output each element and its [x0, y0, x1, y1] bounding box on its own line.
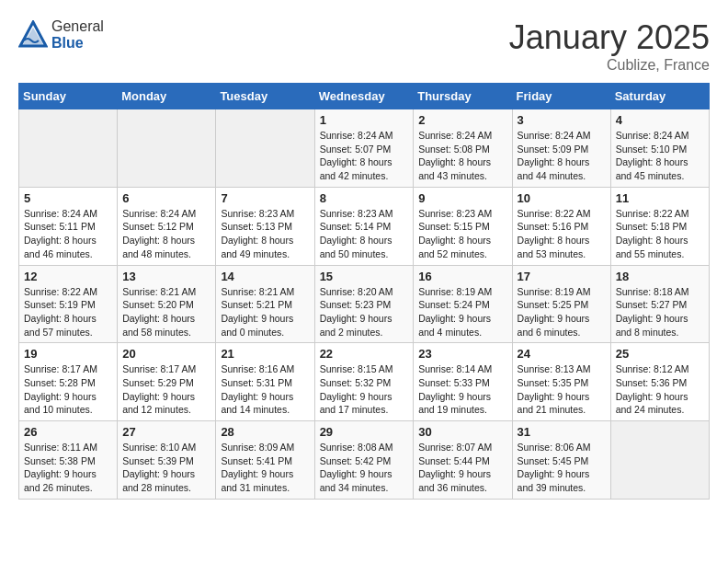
day-info: Sunrise: 8:16 AM Sunset: 5:31 PM Dayligh…	[221, 362, 309, 417]
calendar-cell: 10Sunrise: 8:22 AM Sunset: 5:16 PM Dayli…	[512, 187, 610, 265]
day-info: Sunrise: 8:17 AM Sunset: 5:28 PM Dayligh…	[24, 362, 112, 417]
day-number: 20	[122, 347, 210, 361]
day-number: 2	[418, 113, 506, 127]
calendar-cell: 18Sunrise: 8:18 AM Sunset: 5:27 PM Dayli…	[610, 265, 709, 343]
day-number: 23	[418, 347, 506, 361]
day-info: Sunrise: 8:24 AM Sunset: 5:12 PM Dayligh…	[122, 207, 210, 261]
day-info: Sunrise: 8:08 AM Sunset: 5:42 PM Dayligh…	[320, 441, 409, 495]
day-number: 16	[418, 270, 506, 283]
day-info: Sunrise: 8:17 AM Sunset: 5:29 PM Dayligh…	[122, 362, 210, 417]
day-info: Sunrise: 8:24 AM Sunset: 5:08 PM Dayligh…	[418, 129, 506, 183]
calendar-cell	[19, 109, 118, 188]
calendar-cell: 13Sunrise: 8:21 AM Sunset: 5:20 PM Dayli…	[118, 265, 216, 343]
day-info: Sunrise: 8:22 AM Sunset: 5:19 PM Dayligh…	[24, 285, 112, 339]
calendar-week-2: 5Sunrise: 8:24 AM Sunset: 5:11 PM Daylig…	[19, 187, 710, 265]
calendar-cell: 7Sunrise: 8:23 AM Sunset: 5:13 PM Daylig…	[216, 187, 314, 265]
day-number: 21	[221, 347, 309, 361]
day-number: 25	[616, 347, 704, 361]
day-info: Sunrise: 8:14 AM Sunset: 5:33 PM Dayligh…	[418, 362, 506, 417]
day-number: 7	[221, 191, 309, 205]
day-number: 10	[518, 191, 606, 205]
weekday-header-sunday: Sunday	[19, 84, 118, 109]
day-info: Sunrise: 8:24 AM Sunset: 5:11 PM Dayligh…	[24, 207, 112, 261]
calendar-cell: 2Sunrise: 8:24 AM Sunset: 5:08 PM Daylig…	[414, 109, 512, 188]
logo-blue-text: Blue	[51, 35, 84, 51]
day-info: Sunrise: 8:07 AM Sunset: 5:44 PM Dayligh…	[418, 441, 506, 495]
day-number: 6	[122, 191, 210, 205]
logo: General Blue	[18, 18, 104, 52]
calendar-week-1: 1Sunrise: 8:24 AM Sunset: 5:07 PM Daylig…	[19, 109, 710, 188]
day-info: Sunrise: 8:19 AM Sunset: 5:25 PM Dayligh…	[518, 285, 606, 339]
day-number: 14	[221, 270, 309, 283]
calendar-cell: 15Sunrise: 8:20 AM Sunset: 5:23 PM Dayli…	[314, 265, 414, 343]
month-title: January 2025	[509, 18, 710, 57]
day-number: 31	[518, 425, 606, 439]
day-info: Sunrise: 8:22 AM Sunset: 5:18 PM Dayligh…	[616, 207, 704, 261]
weekday-header-wednesday: Wednesday	[314, 84, 414, 109]
day-info: Sunrise: 8:15 AM Sunset: 5:32 PM Dayligh…	[320, 362, 409, 417]
weekday-header-monday: Monday	[118, 84, 216, 109]
calendar-cell: 4Sunrise: 8:24 AM Sunset: 5:10 PM Daylig…	[610, 109, 709, 188]
calendar-cell: 5Sunrise: 8:24 AM Sunset: 5:11 PM Daylig…	[19, 187, 118, 265]
day-number: 18	[616, 270, 704, 283]
calendar-cell: 30Sunrise: 8:07 AM Sunset: 5:44 PM Dayli…	[414, 421, 512, 500]
calendar-cell: 12Sunrise: 8:22 AM Sunset: 5:19 PM Dayli…	[19, 265, 118, 343]
day-number: 13	[122, 270, 210, 283]
calendar-header-row: SundayMondayTuesdayWednesdayThursdayFrid…	[19, 84, 710, 109]
day-info: Sunrise: 8:10 AM Sunset: 5:39 PM Dayligh…	[122, 441, 210, 495]
page-header: General Blue January 2025 Cublize, Franc…	[18, 18, 710, 74]
location-title: Cublize, France	[509, 57, 710, 74]
weekday-header-thursday: Thursday	[414, 84, 512, 109]
calendar-cell: 3Sunrise: 8:24 AM Sunset: 5:09 PM Daylig…	[512, 109, 610, 188]
day-info: Sunrise: 8:11 AM Sunset: 5:38 PM Dayligh…	[24, 441, 112, 495]
calendar-cell: 17Sunrise: 8:19 AM Sunset: 5:25 PM Dayli…	[512, 265, 610, 343]
calendar-cell	[610, 421, 709, 500]
calendar-cell	[216, 109, 314, 188]
day-number: 5	[24, 191, 112, 205]
calendar-cell: 6Sunrise: 8:24 AM Sunset: 5:12 PM Daylig…	[118, 187, 216, 265]
calendar-cell: 27Sunrise: 8:10 AM Sunset: 5:39 PM Dayli…	[118, 421, 216, 500]
day-number: 27	[122, 425, 210, 439]
calendar-cell: 24Sunrise: 8:13 AM Sunset: 5:35 PM Dayli…	[512, 343, 610, 421]
day-number: 8	[320, 191, 409, 205]
calendar-cell	[118, 109, 216, 188]
day-info: Sunrise: 8:24 AM Sunset: 5:09 PM Dayligh…	[518, 129, 606, 183]
day-info: Sunrise: 8:23 AM Sunset: 5:14 PM Dayligh…	[320, 207, 409, 261]
day-number: 29	[320, 425, 409, 439]
calendar-cell: 9Sunrise: 8:23 AM Sunset: 5:15 PM Daylig…	[414, 187, 512, 265]
calendar-cell: 1Sunrise: 8:24 AM Sunset: 5:07 PM Daylig…	[314, 109, 414, 188]
day-info: Sunrise: 8:23 AM Sunset: 5:13 PM Dayligh…	[221, 207, 309, 261]
day-number: 3	[518, 113, 606, 127]
calendar-cell: 28Sunrise: 8:09 AM Sunset: 5:41 PM Dayli…	[216, 421, 314, 500]
day-info: Sunrise: 8:24 AM Sunset: 5:07 PM Dayligh…	[320, 129, 409, 183]
day-info: Sunrise: 8:09 AM Sunset: 5:41 PM Dayligh…	[221, 441, 309, 495]
day-number: 4	[616, 113, 704, 127]
weekday-header-tuesday: Tuesday	[216, 84, 314, 109]
day-number: 26	[24, 425, 112, 439]
calendar-week-3: 12Sunrise: 8:22 AM Sunset: 5:19 PM Dayli…	[19, 265, 710, 343]
weekday-header-friday: Friday	[512, 84, 610, 109]
day-info: Sunrise: 8:21 AM Sunset: 5:20 PM Dayligh…	[122, 285, 210, 339]
calendar-week-4: 19Sunrise: 8:17 AM Sunset: 5:28 PM Dayli…	[19, 343, 710, 421]
calendar-cell: 25Sunrise: 8:12 AM Sunset: 5:36 PM Dayli…	[610, 343, 709, 421]
day-number: 1	[320, 113, 409, 127]
title-block: January 2025 Cublize, France	[509, 18, 710, 74]
calendar-week-5: 26Sunrise: 8:11 AM Sunset: 5:38 PM Dayli…	[19, 421, 710, 500]
day-number: 24	[518, 347, 606, 361]
day-info: Sunrise: 8:23 AM Sunset: 5:15 PM Dayligh…	[418, 207, 506, 261]
logo-general-text: General	[51, 18, 104, 34]
day-info: Sunrise: 8:19 AM Sunset: 5:24 PM Dayligh…	[418, 285, 506, 339]
calendar-cell: 23Sunrise: 8:14 AM Sunset: 5:33 PM Dayli…	[414, 343, 512, 421]
day-info: Sunrise: 8:13 AM Sunset: 5:35 PM Dayligh…	[518, 362, 606, 417]
day-info: Sunrise: 8:20 AM Sunset: 5:23 PM Dayligh…	[320, 285, 409, 339]
day-info: Sunrise: 8:21 AM Sunset: 5:21 PM Dayligh…	[221, 285, 309, 339]
calendar-cell: 29Sunrise: 8:08 AM Sunset: 5:42 PM Dayli…	[314, 421, 414, 500]
day-info: Sunrise: 8:12 AM Sunset: 5:36 PM Dayligh…	[616, 362, 704, 417]
calendar-cell: 8Sunrise: 8:23 AM Sunset: 5:14 PM Daylig…	[314, 187, 414, 265]
day-number: 19	[24, 347, 112, 361]
day-number: 12	[24, 270, 112, 283]
day-number: 30	[418, 425, 506, 439]
logo-icon	[18, 20, 48, 50]
day-number: 15	[320, 270, 409, 283]
day-info: Sunrise: 8:22 AM Sunset: 5:16 PM Dayligh…	[518, 207, 606, 261]
